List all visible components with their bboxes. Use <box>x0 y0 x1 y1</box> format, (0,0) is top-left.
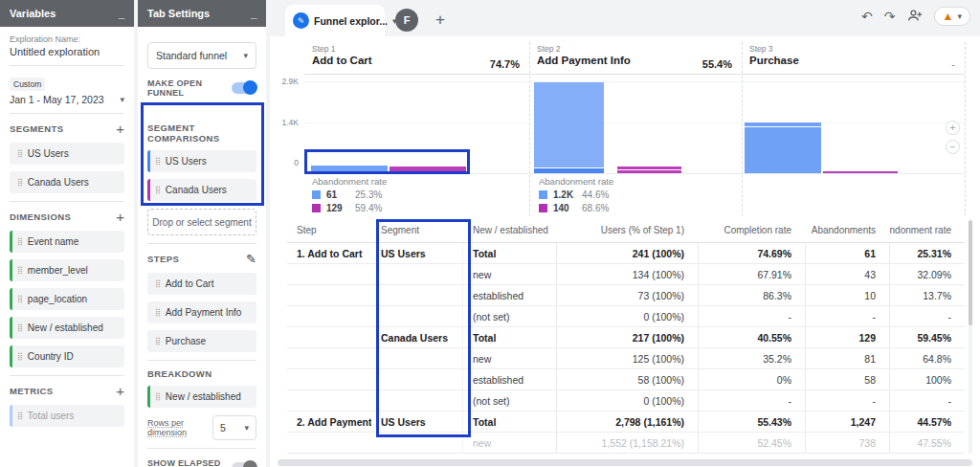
table-cell: 134 (100%) <box>556 264 698 284</box>
drag-handle-icon[interactable]: ⣿ <box>17 237 23 246</box>
drag-handle-icon[interactable]: ⣿ <box>17 411 23 420</box>
share-user-icon[interactable] <box>907 9 923 25</box>
table-row: new1,552 (1,158.21%)52.45%73847.55% <box>287 433 965 454</box>
step-completion: 55.4% <box>702 58 732 70</box>
horizontal-scrollbar[interactable] <box>278 459 972 466</box>
legend-rate: 68.6% <box>582 203 609 213</box>
warning-menu[interactable]: ▲ ▾ <box>934 7 970 26</box>
show-elapsed-time-label: SHOW ELAPSED TIME <box>147 458 232 467</box>
step-completion: 74.7% <box>490 58 520 70</box>
table-cell <box>287 348 371 368</box>
legend-value: 1.2K <box>553 189 576 200</box>
rows-per-dimension-select[interactable]: 5 ▾ <box>212 415 256 440</box>
add-tab-button[interactable]: + <box>429 9 452 32</box>
drag-handle-icon[interactable]: ⣿ <box>17 295 23 303</box>
divider <box>10 113 124 114</box>
chip-country-id[interactable]: ⣿Country ID <box>10 345 124 367</box>
chip-us-users[interactable]: ⣿US Users <box>147 150 256 172</box>
make-open-funnel-toggle[interactable] <box>232 82 256 94</box>
legend-swatch <box>539 204 547 212</box>
bar-step3-canada-users[interactable] <box>823 171 898 173</box>
step-number: Step 3 <box>749 44 957 54</box>
table-cell: 0 (100%) <box>556 390 698 411</box>
table-cell: new <box>462 264 556 284</box>
chip-event-name[interactable]: ⣿Event name <box>10 231 124 253</box>
bar-step1-us-users[interactable] <box>311 166 388 173</box>
drag-handle-icon[interactable]: ⣿ <box>155 337 161 345</box>
show-elapsed-time-toggle[interactable] <box>232 462 256 467</box>
table-cell <box>371 264 462 284</box>
chip-total-users[interactable]: ⣿Total users <box>10 405 124 427</box>
chip-label: Purchase <box>166 336 206 346</box>
drag-handle-icon[interactable]: ⣿ <box>155 157 161 166</box>
table-cell: US Users <box>371 411 462 432</box>
drag-handle-icon[interactable]: ⣿ <box>17 323 23 332</box>
chip-canada-users[interactable]: ⣿Canada Users <box>10 171 124 193</box>
chip-label: page_location <box>28 294 87 304</box>
bar-step2-canada-users[interactable] <box>617 167 681 173</box>
table-row: Canada UsersTotal217 (100%)40.55%12959.4… <box>287 327 965 348</box>
step-header-1[interactable]: Step 1 Add to Cart 74.7% <box>304 42 529 74</box>
bar-step3-us-users[interactable] <box>745 122 821 173</box>
exploration-name-value[interactable]: Untitled exploration <box>10 46 124 57</box>
table-cell: 52.45% <box>698 433 805 453</box>
table-cell: (not set) <box>462 306 556 326</box>
table-cell: Total <box>462 327 556 347</box>
tab-avatar[interactable]: F <box>395 9 418 32</box>
drag-handle-icon[interactable]: ⣿ <box>17 266 23 275</box>
table-cell: 125 (100%) <box>556 348 698 368</box>
chip-purchase[interactable]: ⣿Purchase <box>147 330 256 352</box>
segment-comparisons-chip-list: ⣿US Users⣿Canada Users <box>147 150 256 201</box>
chip-add-payment-info[interactable]: ⣿Add Payment Info <box>147 301 256 323</box>
add-segment-icon[interactable]: + <box>116 122 124 136</box>
drag-handle-icon[interactable]: ⣿ <box>155 279 161 288</box>
drop-segment-zone[interactable]: Drop or select segment <box>147 209 256 235</box>
chip-new-established[interactable]: ⣿New / established <box>10 317 124 339</box>
drag-handle-icon[interactable]: ⣿ <box>17 178 23 187</box>
legend-title: Abandonment rate <box>539 176 730 187</box>
add-metric-icon[interactable]: + <box>116 384 124 398</box>
chip-color-strip <box>147 150 150 172</box>
table-cell: - <box>889 390 965 411</box>
add-dimension-icon[interactable]: + <box>116 210 124 224</box>
drag-handle-icon[interactable]: ⣿ <box>155 392 161 401</box>
technique-select[interactable]: Standard funnel ▾ <box>147 42 256 69</box>
table-header-row: StepSegmentNew / establishedUsers (% of … <box>287 218 965 243</box>
table-cell: 0% <box>698 369 805 389</box>
chip-member-level[interactable]: ⣿member_level <box>10 259 124 281</box>
step-header-2[interactable]: Step 2 Add Payment Info 55.4% <box>529 42 742 74</box>
chip-color-strip <box>10 317 12 339</box>
undo-icon[interactable]: ↶ <box>861 9 873 24</box>
table-cell: - <box>698 390 805 411</box>
chip-canada-users[interactable]: ⣿Canada Users <box>147 179 256 201</box>
table-scrollbar[interactable] <box>969 220 972 454</box>
drag-handle-icon[interactable]: ⣿ <box>155 186 161 194</box>
table-cell: 1,552 (1,158.21%) <box>556 433 698 453</box>
zoom-out-icon[interactable]: − <box>946 140 960 154</box>
table-cell: 64.8% <box>889 348 965 368</box>
zoom-in-icon[interactable]: + <box>946 121 960 135</box>
date-range-selector[interactable]: Jan 1 - May 17, 2023 ▾ <box>10 94 124 105</box>
tab-settings-minimize-button[interactable]: _ <box>251 8 256 19</box>
drag-handle-icon[interactable]: ⣿ <box>17 352 23 361</box>
bar-step2-us-users[interactable] <box>534 82 604 173</box>
step-header-3[interactable]: Step 3 Purchase - <box>742 42 965 74</box>
chip-new-established[interactable]: ⣿New / established <box>147 386 256 408</box>
legend-value: 129 <box>326 203 349 213</box>
redo-icon[interactable]: ↷ <box>884 9 896 24</box>
bar-step1-canada-users[interactable] <box>390 167 466 173</box>
variables-minimize-button[interactable]: _ <box>119 8 124 19</box>
chip-color-strip <box>10 345 12 367</box>
chip-label: New / established <box>28 322 103 333</box>
chip-page-location[interactable]: ⣿page_location <box>10 288 124 310</box>
tab-funnel-exploration[interactable]: ✎ Funnel explor... ▾ <box>285 5 385 36</box>
divider <box>10 375 124 376</box>
technique-value: Standard funnel <box>156 50 227 61</box>
chip-us-users[interactable]: ⣿US Users <box>10 143 124 165</box>
table-cell <box>371 433 462 453</box>
chip-add-to-cart[interactable]: ⣿Add to Cart <box>147 273 256 295</box>
edit-steps-icon[interactable]: ✎ <box>246 252 256 266</box>
drag-handle-icon[interactable]: ⣿ <box>17 149 23 158</box>
tab-settings-panel-header: Tab Settings _ <box>138 0 266 27</box>
drag-handle-icon[interactable]: ⣿ <box>155 308 161 317</box>
